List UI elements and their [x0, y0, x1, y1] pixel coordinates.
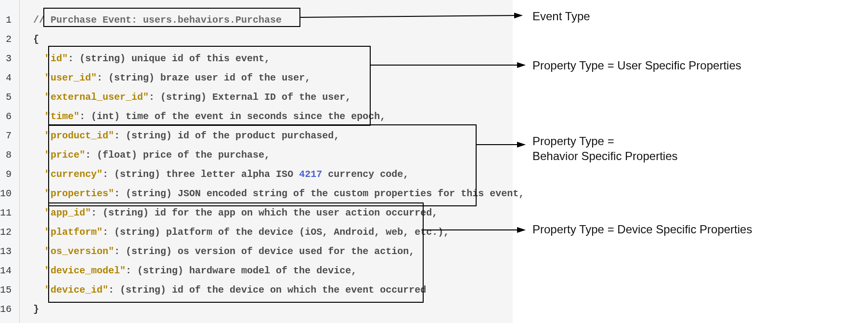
code-key: "time"	[45, 111, 79, 122]
line-number-gutter: 12345678910111213141516	[0, 0, 20, 323]
code-line: "time": (int) time of the event in secon…	[33, 107, 524, 126]
code-key: "device_model"	[45, 265, 126, 276]
code-comment: // Purchase Event: users.behaviors.Purch…	[33, 14, 282, 26]
code-panel: 12345678910111213141516 // Purchase Even…	[0, 0, 513, 323]
line-number: 3	[0, 49, 12, 68]
code-line: "user_id": (string) braze user id of the…	[33, 68, 524, 88]
code-brace-open: {	[33, 34, 39, 45]
code-text: : (string) id of the product purchased,	[114, 130, 339, 141]
code-key: "platform"	[45, 227, 103, 238]
line-number: 8	[0, 146, 12, 165]
code-line: "device_id": (string) id of the device o…	[33, 281, 524, 300]
code-text: : (string) id of the device on which the…	[108, 284, 426, 296]
code-text: : (string) braze user id of the user,	[97, 72, 311, 83]
line-number: 15	[0, 281, 12, 300]
code-brace-close: }	[33, 304, 39, 315]
code-number: 4217	[299, 169, 322, 180]
code-line: "currency": (string) three letter alpha …	[33, 165, 524, 184]
code-line: "os_version": (string) os version of dev…	[33, 242, 524, 261]
code-key: "properties"	[45, 188, 114, 199]
code-text: : (string) os version of device used for…	[114, 246, 415, 257]
code-key: "product_id"	[45, 130, 114, 141]
code-text: : (float) price of the purchase,	[85, 149, 270, 161]
code-text: : (string) JSON encoded string of the cu…	[114, 188, 524, 199]
line-number: 1	[0, 11, 12, 30]
line-number: 5	[0, 88, 12, 107]
code-text: : (string) three letter alpha ISO	[103, 169, 299, 180]
code-text: : (string) platform of the device (iOS, …	[103, 227, 449, 238]
code-line: "id": (string) unique id of this event,	[33, 49, 524, 68]
code-key: "os_version"	[45, 246, 114, 257]
line-number: 4	[0, 68, 12, 88]
label-behavior-properties: Property Type = Behavior Specific Proper…	[532, 134, 677, 163]
code-line: "platform": (string) platform of the dev…	[33, 223, 524, 242]
line-number: 10	[0, 184, 12, 203]
line-number: 14	[0, 261, 12, 281]
code-line: "price": (float) price of the purchase,	[33, 146, 524, 165]
label-behavior-properties-line2: Behavior Specific Properties	[532, 149, 677, 162]
code-key: "external_user_id"	[45, 92, 149, 103]
line-number: 11	[0, 203, 12, 223]
code-key: "device_id"	[45, 284, 108, 296]
code-key: "user_id"	[45, 72, 97, 83]
label-behavior-properties-line1: Property Type =	[532, 135, 614, 148]
code-line: }	[33, 300, 524, 319]
code-line: "external_user_id": (string) External ID…	[33, 88, 524, 107]
label-event-type: Event Type	[532, 9, 590, 24]
line-number: 16	[0, 300, 12, 319]
code-text: : (string) unique id of this event,	[68, 53, 270, 64]
code-line: "app_id": (string) id for the app on whi…	[33, 203, 524, 223]
line-number: 9	[0, 165, 12, 184]
line-number: 6	[0, 107, 12, 126]
code-line: "device_model": (string) hardware model …	[33, 261, 524, 281]
code-key: "price"	[45, 149, 85, 161]
code-line: // Purchase Event: users.behaviors.Purch…	[33, 11, 524, 30]
code-text: currency code,	[322, 169, 409, 180]
code-line: {	[33, 30, 524, 49]
code-text: : (string) External ID of the user,	[149, 92, 351, 103]
code-area: // Purchase Event: users.behaviors.Purch…	[20, 0, 524, 323]
line-number: 13	[0, 242, 12, 261]
code-text: : (string) hardware model of the device,	[126, 265, 357, 276]
line-number: 2	[0, 30, 12, 49]
code-line: "product_id": (string) id of the product…	[33, 126, 524, 146]
code-text: : (string) id for the app on which the u…	[91, 207, 438, 218]
line-number: 12	[0, 223, 12, 242]
label-user-properties: Property Type = User Specific Properties	[532, 58, 741, 73]
label-device-properties: Property Type = Device Specific Properti…	[532, 222, 752, 237]
code-line: "properties": (string) JSON encoded stri…	[33, 184, 524, 203]
code-key: "app_id"	[45, 207, 91, 218]
code-key: "id"	[45, 53, 68, 64]
code-text: : (int) time of the event in seconds sin…	[79, 111, 386, 122]
line-number: 7	[0, 126, 12, 146]
code-key: "currency"	[45, 169, 103, 180]
